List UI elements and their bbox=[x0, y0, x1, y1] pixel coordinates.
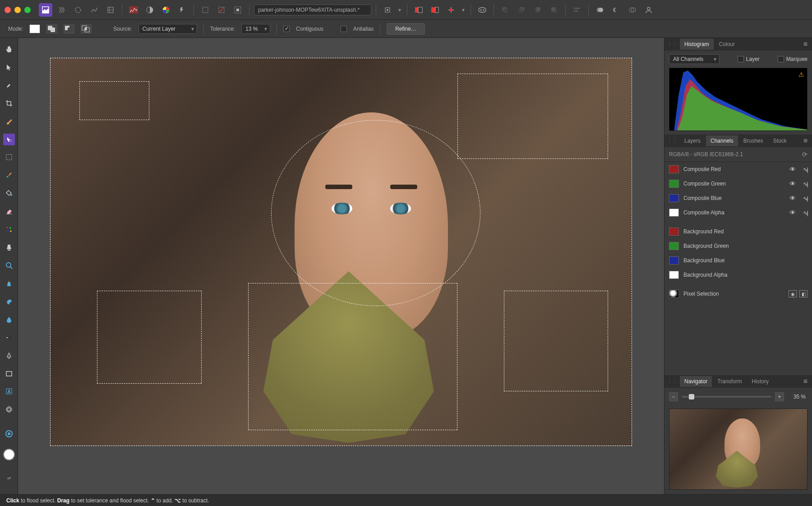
tab-channels[interactable]: Channels bbox=[706, 135, 738, 146]
histogram-marquee-checkbox[interactable] bbox=[778, 56, 784, 62]
auto-contrast-button[interactable] bbox=[143, 3, 157, 17]
histogram-channel-select[interactable]: All Channels bbox=[669, 54, 720, 64]
rectangle-tool[interactable] bbox=[3, 368, 15, 380]
tab-layers[interactable]: Layers bbox=[680, 135, 705, 146]
channel-options-icon[interactable]: ∿| bbox=[803, 166, 807, 173]
panel-grip-icon[interactable]: ⋮⋮ bbox=[667, 379, 677, 385]
tab-colour[interactable]: Colour bbox=[715, 39, 739, 50]
crop-tool[interactable] bbox=[3, 97, 15, 109]
clone-tool[interactable] bbox=[3, 241, 15, 253]
source-select[interactable]: Current Layer bbox=[138, 24, 197, 34]
pixel-sel-quick-mask-icon[interactable]: ◉ bbox=[789, 290, 797, 297]
stock-button[interactable] bbox=[381, 3, 394, 17]
scatter-tool[interactable] bbox=[3, 223, 15, 235]
stock-dropdown-icon[interactable]: ▾ bbox=[397, 3, 402, 17]
channel-row[interactable]: Composite Alpha👁∿| bbox=[664, 205, 812, 220]
channel-row[interactable]: Composite Blue👁∿| bbox=[664, 191, 812, 205]
close-window-button[interactable] bbox=[5, 7, 11, 13]
tolerance-input[interactable]: 13 % bbox=[241, 24, 270, 34]
color-picker-tool[interactable] bbox=[3, 79, 15, 91]
resize-canvas-button[interactable] bbox=[444, 3, 458, 17]
zoom-slider[interactable] bbox=[682, 396, 771, 398]
tab-brushes[interactable]: Brushes bbox=[739, 135, 768, 146]
mode-intersect-button[interactable] bbox=[81, 24, 92, 33]
channel-row[interactable]: Background Alpha bbox=[664, 268, 812, 282]
marquee-tool[interactable] bbox=[3, 152, 15, 163]
auto-colors-button[interactable] bbox=[159, 3, 173, 17]
canvas[interactable] bbox=[50, 58, 632, 446]
liquify-persona-button[interactable] bbox=[55, 3, 69, 17]
channel-visibility-icon[interactable]: 👁 bbox=[789, 195, 796, 202]
add-op-button[interactable] bbox=[593, 3, 607, 17]
document-title-field[interactable]: parker-johnson-MOPTew6XITA-unsplash.* bbox=[254, 5, 371, 15]
channel-row[interactable]: Composite Red👁∿| bbox=[664, 162, 812, 176]
channel-row[interactable]: Background Blue bbox=[664, 253, 812, 268]
swatch-swap-icon[interactable]: ⇄ bbox=[7, 476, 11, 481]
crop-tool-button[interactable] bbox=[412, 3, 425, 17]
channel-row[interactable]: Background Green bbox=[664, 239, 812, 253]
color-swatch[interactable] bbox=[3, 449, 15, 460]
text-tool[interactable]: A bbox=[3, 386, 15, 398]
intersect-op-button[interactable] bbox=[626, 3, 639, 17]
account-button[interactable] bbox=[642, 3, 655, 17]
tab-transform[interactable]: Transform bbox=[713, 376, 746, 387]
pixel-sel-invert-icon[interactable]: ◧ bbox=[799, 290, 807, 297]
panel-grip-icon[interactable]: ⋮⋮ bbox=[667, 138, 677, 144]
assistant-button[interactable] bbox=[475, 3, 489, 17]
minimize-window-button[interactable] bbox=[14, 7, 21, 13]
channel-row[interactable]: Composite Green👁∿| bbox=[664, 176, 812, 191]
channel-refresh-icon[interactable]: ⟳ bbox=[802, 151, 807, 158]
subtract-op-button[interactable] bbox=[609, 3, 623, 17]
channel-visibility-icon[interactable]: 👁 bbox=[789, 166, 796, 173]
channel-row[interactable]: Background Red bbox=[664, 224, 812, 239]
mode-add-button[interactable] bbox=[46, 24, 57, 33]
navigator-preview[interactable] bbox=[669, 409, 807, 490]
history-tool[interactable] bbox=[3, 278, 15, 289]
arrange-forward-button[interactable] bbox=[531, 3, 544, 17]
panel-grip-icon[interactable]: ⋮⋮ bbox=[667, 42, 677, 47]
selection-deselect-icon[interactable] bbox=[215, 3, 228, 17]
align-button[interactable] bbox=[570, 3, 584, 17]
tab-stock[interactable]: Stock bbox=[769, 135, 791, 146]
selection-invert-icon[interactable] bbox=[231, 3, 245, 17]
pen-tool[interactable] bbox=[3, 350, 15, 362]
pixel-selection-row[interactable]: Pixel Selection ◉ ◧ bbox=[664, 287, 812, 301]
develop-persona-button[interactable] bbox=[71, 3, 85, 17]
blur-tool[interactable] bbox=[3, 314, 15, 325]
contiguous-checkbox[interactable] bbox=[283, 26, 290, 32]
tab-histogram[interactable]: Histogram bbox=[680, 39, 714, 50]
canvas-viewport[interactable] bbox=[18, 38, 664, 494]
channels-panel-menu-icon[interactable]: ≡ bbox=[802, 137, 809, 145]
zoom-slider-thumb[interactable] bbox=[689, 394, 694, 399]
antialias-checkbox[interactable] bbox=[341, 26, 347, 32]
fill-tool[interactable] bbox=[3, 187, 15, 199]
flood-select-tool[interactable] bbox=[3, 134, 15, 145]
selection-brush-tool[interactable] bbox=[3, 116, 15, 127]
channel-visibility-icon[interactable]: 👁 bbox=[789, 180, 796, 187]
smudge-tool[interactable] bbox=[3, 296, 15, 307]
channel-visibility-icon[interactable]: 👁 bbox=[789, 209, 796, 216]
export-persona-button[interactable] bbox=[104, 3, 117, 17]
zoom-in-button[interactable]: + bbox=[775, 392, 784, 401]
arrange-front-button[interactable] bbox=[547, 3, 561, 17]
tab-navigator[interactable]: Navigator bbox=[680, 376, 712, 387]
histogram-panel-menu-icon[interactable]: ≡ bbox=[802, 40, 809, 48]
resize-doc-button[interactable] bbox=[428, 3, 442, 17]
tonemap-persona-button[interactable] bbox=[88, 3, 101, 17]
erase-tool[interactable] bbox=[3, 205, 15, 217]
hand-tool[interactable] bbox=[3, 43, 15, 55]
auto-white-balance-button[interactable] bbox=[175, 3, 189, 17]
navigator-panel-menu-icon[interactable]: ≡ bbox=[802, 377, 809, 385]
mode-subtract-button[interactable] bbox=[64, 24, 74, 33]
paint-brush-tool[interactable] bbox=[3, 169, 15, 181]
zoom-out-button[interactable]: − bbox=[669, 392, 678, 401]
dodge-tool[interactable] bbox=[3, 332, 15, 344]
fullscreen-window-button[interactable] bbox=[24, 7, 31, 13]
mode-new-button[interactable] bbox=[29, 24, 40, 33]
tab-history[interactable]: History bbox=[747, 376, 773, 387]
histogram-layer-checkbox[interactable] bbox=[738, 56, 744, 62]
mesh-tool[interactable] bbox=[3, 404, 15, 415]
refine-button[interactable]: Refine… bbox=[387, 23, 425, 35]
selection-rectangle-icon[interactable] bbox=[198, 3, 212, 17]
arrange-back-button[interactable] bbox=[498, 3, 512, 17]
